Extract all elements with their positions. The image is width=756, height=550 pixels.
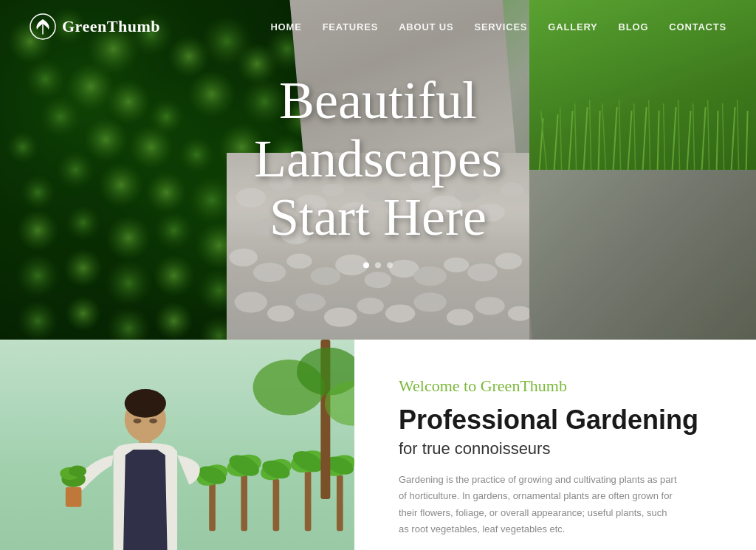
about-subtitle: Welcome to GreenThumb [399,377,719,396]
hero-dot-1[interactable] [363,262,369,268]
nav-about[interactable]: ABOUT US [399,21,453,32]
about-section: Welcome to GreenThumb Professional Garde… [0,340,756,550]
about-title: Professional Gardening [399,405,719,435]
nav-contacts[interactable]: CONTACTS [669,21,726,32]
svg-rect-146 [66,487,82,507]
nav-home[interactable]: HOME [270,21,301,32]
hero-title: Beautiful Landscapes Start Here [189,72,567,247]
hero-dots [189,262,567,268]
svg-point-144 [125,389,166,418]
svg-point-150 [134,419,142,423]
svg-rect-128 [337,475,343,532]
hero-dot-3[interactable] [387,262,393,268]
about-image [0,340,354,550]
about-content: Welcome to GreenThumb Professional Garde… [354,340,756,550]
hero-content: Beautiful Landscapes Start Here [189,72,567,268]
about-title-sub: for true connoisseurs [399,439,719,458]
svg-point-149 [69,466,86,477]
about-plants-svg [0,340,354,550]
site-header: GreenThumb HOME FEATURES ABOUT US SERVIC… [0,0,756,53]
nav-services[interactable]: SERVICES [474,21,527,32]
logo-icon [30,13,56,40]
nav-blog[interactable]: BLOG [619,21,649,32]
nav-features[interactable]: FEATURES [323,21,379,32]
hero-dot-2[interactable] [375,262,381,268]
svg-rect-127 [305,471,312,531]
about-description: Gardening is the practice of growing and… [399,472,679,537]
site-logo[interactable]: GreenThumb [30,13,160,40]
svg-rect-125 [241,475,247,532]
svg-rect-124 [209,483,216,531]
svg-rect-126 [273,479,280,531]
logo-text: GreenThumb [62,17,160,36]
main-nav: HOME FEATURES ABOUT US SERVICES GALLERY … [270,21,726,32]
svg-point-151 [149,419,157,423]
hero-section: GreenThumb HOME FEATURES ABOUT US SERVIC… [0,0,756,340]
nav-gallery[interactable]: GALLERY [548,21,597,32]
